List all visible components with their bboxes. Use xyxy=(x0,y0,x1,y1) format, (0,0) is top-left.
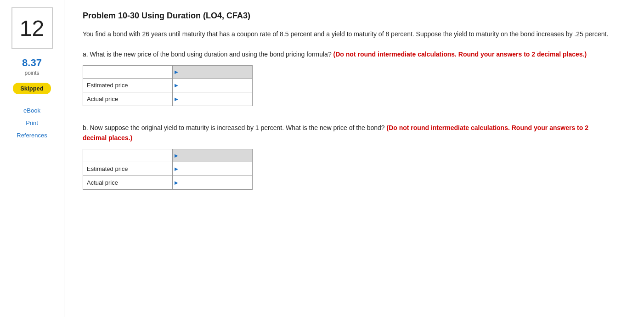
part-a-text: a. What is the new price of the bond usi… xyxy=(83,51,332,58)
main-content: Problem 10-30 Using Duration (LO4, CFA3)… xyxy=(64,0,644,317)
part-a-table-header xyxy=(83,65,253,78)
problem-description: You find a bond with 26 years until matu… xyxy=(83,29,611,39)
references-link[interactable]: References xyxy=(17,132,47,139)
part-a-header-col1 xyxy=(83,65,173,78)
skipped-badge: Skipped xyxy=(13,83,51,94)
ebook-link[interactable]: eBook xyxy=(23,107,40,114)
part-b-estimated-input-cell[interactable] xyxy=(172,162,252,175)
part-a-estimated-input-cell[interactable] xyxy=(172,78,252,92)
problem-title: Problem 10-30 Using Duration (LO4, CFA3) xyxy=(83,11,626,21)
table-row: Estimated price xyxy=(83,162,253,175)
part-b-header-col1 xyxy=(83,149,173,162)
part-a-estimated-input[interactable] xyxy=(173,79,252,92)
part-b-text: b. Now suppose the original yield to mat… xyxy=(83,124,385,131)
print-link[interactable]: Print xyxy=(26,119,38,126)
part-a-actual-input-cell[interactable] xyxy=(172,92,252,106)
table-row: Actual price xyxy=(83,175,253,189)
points-label: points xyxy=(24,70,39,76)
problem-number: 12 xyxy=(20,16,44,41)
part-b-actual-input[interactable] xyxy=(173,176,252,189)
part-b-actual-label: Actual price xyxy=(83,175,173,189)
sidebar: 12 8.37 points Skipped eBook Print Refer… xyxy=(0,0,64,317)
table-row: Estimated price xyxy=(83,78,253,92)
points-value: 8.37 xyxy=(22,57,42,69)
part-a-actual-input[interactable] xyxy=(173,92,252,106)
table-row: Actual price xyxy=(83,92,253,106)
part-b-estimated-label: Estimated price xyxy=(83,162,173,175)
part-a-table: Estimated price Actual price xyxy=(83,65,253,106)
part-b-estimated-input[interactable] xyxy=(173,162,252,175)
problem-number-box: 12 xyxy=(11,7,53,49)
part-b-actual-input-cell[interactable] xyxy=(172,175,252,189)
part-b-label: b. Now suppose the original yield to mat… xyxy=(83,123,611,143)
part-b-table: Estimated price Actual price xyxy=(83,149,253,190)
part-a-estimated-label: Estimated price xyxy=(83,78,173,92)
part-a-actual-label: Actual price xyxy=(83,92,173,106)
part-a-label: a. What is the new price of the bond usi… xyxy=(83,49,611,59)
part-a-header-col2 xyxy=(172,65,252,78)
part-a-instruction: (Do not round intermediate calculations.… xyxy=(333,51,587,58)
part-b-section: b. Now suppose the original yield to mat… xyxy=(83,123,626,190)
part-b-header-col2 xyxy=(172,149,252,162)
part-b-table-header xyxy=(83,149,253,162)
